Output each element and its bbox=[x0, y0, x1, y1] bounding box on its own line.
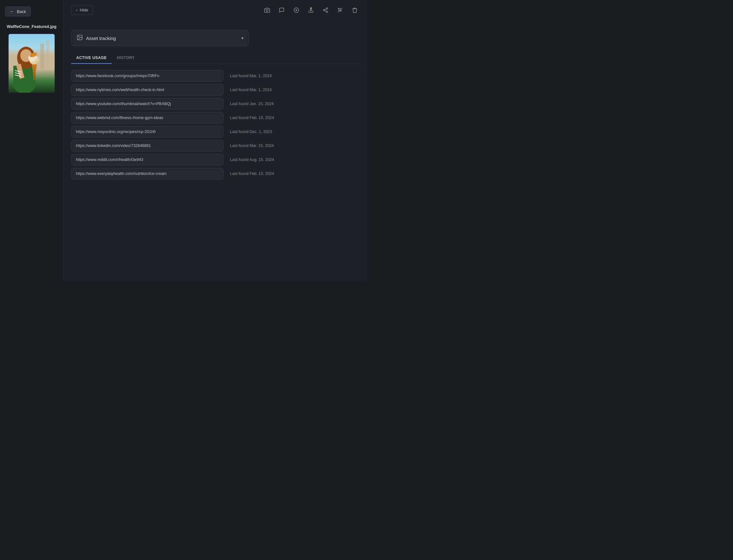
url-date-0: Last found Mar. 1, 2024 bbox=[230, 74, 271, 78]
url-entry-0[interactable]: https://www.facebook.com/groups//mepn70R… bbox=[71, 70, 223, 82]
asset-tracking-icon bbox=[77, 34, 83, 42]
dropdown-chevron-icon: ▾ bbox=[241, 36, 243, 41]
url-date-1: Last found Mar. 1, 2024 bbox=[230, 88, 271, 92]
svg-rect-5 bbox=[13, 66, 36, 88]
url-entry-7[interactable]: https://www.everydayhealth.com/nutrition… bbox=[71, 168, 223, 179]
image-preview-inner bbox=[9, 34, 55, 93]
left-panel: ← Back WaffleCone_Featured.jpg bbox=[0, 0, 63, 280]
url-date-3: Last found Feb. 15, 2024 bbox=[230, 116, 274, 120]
url-entry-5[interactable]: https://www.linkedin.com/video/732846891 bbox=[71, 140, 223, 151]
url-date-2: Last found Jan. 15, 2024 bbox=[230, 102, 274, 106]
url-entry-1[interactable]: https://www.nytimes.com/well/health-chec… bbox=[71, 84, 223, 96]
url-date-4: Last found Dec. 1, 2023 bbox=[230, 130, 272, 134]
crop-icon[interactable] bbox=[336, 6, 344, 14]
url-date-6: Last found Aug. 15, 2024 bbox=[230, 157, 274, 162]
asset-tracking-dropdown[interactable]: Asset tracking ▾ bbox=[71, 30, 249, 46]
right-panel: › Hide bbox=[63, 0, 366, 280]
add-circle-icon[interactable] bbox=[292, 6, 300, 14]
hide-button-label: Hide bbox=[80, 8, 88, 12]
share-icon[interactable] bbox=[321, 6, 330, 14]
url-list: https://www.facebook.com/groups//mepn70R… bbox=[71, 70, 359, 179]
svg-rect-2 bbox=[40, 43, 44, 69]
tabs-row: ACTIVE USAGE HISTORY bbox=[71, 52, 359, 64]
svg-line-34 bbox=[324, 9, 326, 10]
url-row: https://www.mayoclinic.org/recipes/rcp-2… bbox=[71, 126, 359, 137]
url-row: https://www.youtube.com/thumbnail/watch?… bbox=[71, 98, 359, 110]
hide-chevron-icon: › bbox=[76, 8, 77, 12]
url-entry-4[interactable]: https://www.mayoclinic.org/recipes/rcp-2… bbox=[71, 126, 223, 137]
top-toolbar: › Hide bbox=[71, 5, 359, 15]
url-entry-2[interactable]: https://www.youtube.com/thumbnail/watch?… bbox=[71, 98, 223, 110]
svg-line-33 bbox=[324, 10, 326, 11]
back-button[interactable]: ← Back bbox=[5, 6, 31, 17]
url-row: https://www.reddit.com/r/health/Ge943 La… bbox=[71, 154, 359, 165]
toolbar-icons bbox=[263, 6, 359, 14]
download-icon[interactable] bbox=[307, 6, 315, 14]
url-date-5: Last found Mar. 15, 2024 bbox=[230, 143, 274, 148]
asset-tracking-left: Asset tracking bbox=[77, 34, 116, 42]
back-arrow-icon: ← bbox=[10, 9, 14, 14]
url-row: https://www.webmd.com/fitness-/home-gym-… bbox=[71, 112, 359, 123]
svg-point-36 bbox=[78, 36, 79, 37]
svg-rect-3 bbox=[46, 40, 49, 69]
url-row: https://www.linkedin.com/video/732846891… bbox=[71, 140, 359, 151]
camera-icon[interactable] bbox=[263, 6, 271, 14]
url-row: https://www.nytimes.com/well/health-chec… bbox=[71, 84, 359, 96]
file-name: WaffleCone_Featured.jpg bbox=[7, 24, 56, 29]
comment-icon[interactable] bbox=[277, 6, 286, 14]
preview-image-svg bbox=[9, 34, 55, 93]
svg-point-24 bbox=[266, 9, 268, 11]
tab-active-usage[interactable]: ACTIVE USAGE bbox=[71, 52, 112, 64]
tab-history[interactable]: HISTORY bbox=[112, 52, 140, 64]
hide-button[interactable]: › Hide bbox=[71, 5, 93, 15]
back-button-label: Back bbox=[17, 9, 26, 14]
url-entry-3[interactable]: https://www.webmd.com/fitness-/home-gym-… bbox=[71, 112, 223, 123]
main-content: Asset tracking ▾ ACTIVE USAGE HISTORY ht… bbox=[71, 30, 359, 275]
delete-icon[interactable] bbox=[350, 6, 359, 14]
image-preview bbox=[9, 34, 55, 93]
url-row: https://www.facebook.com/groups//mepn70R… bbox=[71, 70, 359, 82]
url-date-7: Last found Feb. 15, 2024 bbox=[230, 171, 274, 176]
url-row: https://www.everydayhealth.com/nutrition… bbox=[71, 168, 359, 179]
url-entry-6[interactable]: https://www.reddit.com/r/health/Ge943 bbox=[71, 154, 223, 165]
asset-tracking-label: Asset tracking bbox=[86, 36, 116, 41]
